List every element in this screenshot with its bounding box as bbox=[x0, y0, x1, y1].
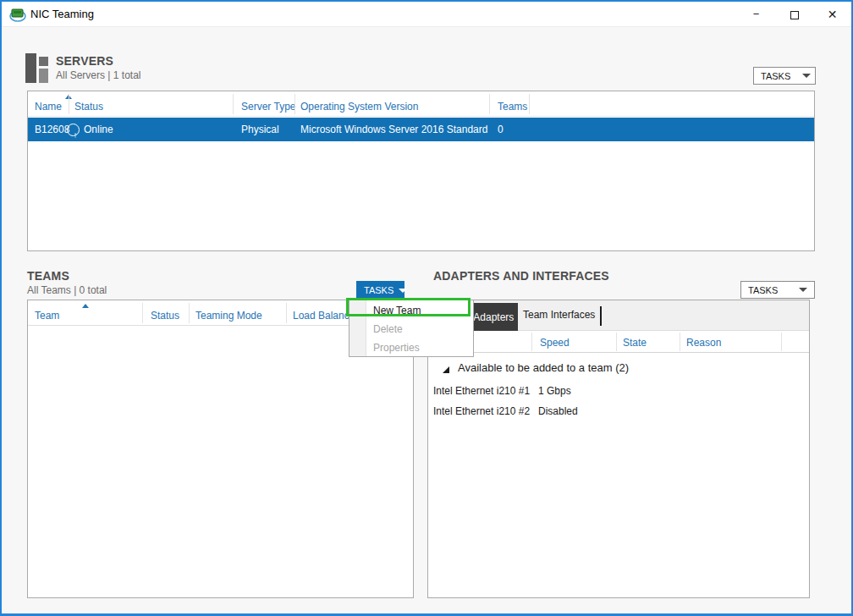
adapters-table-header: Speed State Reason bbox=[428, 331, 809, 353]
server-teams-count: 0 bbox=[498, 124, 504, 135]
servers-tasks-button[interactable]: TASKS bbox=[753, 67, 816, 85]
window-title: NIC Teaming bbox=[30, 8, 94, 20]
adapter-speed: 1 Gbps bbox=[538, 385, 571, 397]
adapter-row[interactable]: Intel Ethernet i210 #1 1 Gbps bbox=[428, 382, 809, 401]
minimize-button[interactable]: − bbox=[737, 2, 775, 27]
adapter-group-label: Available to be added to a team (2) bbox=[458, 361, 629, 374]
adapters-title: ADAPTERS AND INTERFACES bbox=[433, 269, 609, 283]
maximize-icon bbox=[790, 11, 799, 19]
server-status: Online bbox=[84, 124, 113, 135]
tab-team-interfaces[interactable]: Team Interfaces bbox=[523, 309, 595, 321]
adapter-name: Intel Ethernet i210 #2 bbox=[433, 405, 530, 417]
col-reason[interactable]: Reason bbox=[686, 337, 721, 349]
title-bar: NIC Teaming − ✕ bbox=[2, 2, 851, 27]
tab-divider bbox=[600, 306, 602, 326]
adapters-tasks-label: TASKS bbox=[748, 285, 778, 295]
online-arrow-icon: ↑ bbox=[67, 124, 80, 136]
col-os-version[interactable]: Operating System Version bbox=[300, 101, 418, 113]
server-type: Physical bbox=[241, 124, 279, 135]
menu-item-new-team[interactable]: New Team bbox=[349, 301, 473, 320]
col-status[interactable]: Status bbox=[74, 101, 103, 113]
servers-table: Name Status Server Type Operating System… bbox=[27, 91, 815, 251]
adapter-name: Intel Ethernet i210 #1 bbox=[433, 385, 530, 397]
close-button[interactable]: ✕ bbox=[813, 2, 851, 27]
servers-icon bbox=[25, 53, 51, 84]
chevron-down-icon bbox=[802, 74, 811, 78]
servers-subtitle: All Servers | 1 total bbox=[56, 69, 141, 81]
adapters-tabstrip: Network Adapters Team Interfaces bbox=[428, 300, 809, 331]
teams-subtitle: All Teams | 0 total bbox=[27, 284, 107, 296]
sort-ascending-icon bbox=[82, 304, 89, 308]
col-team[interactable]: Team bbox=[35, 310, 59, 322]
minimize-icon: − bbox=[753, 8, 760, 20]
adapters-panel: Network Adapters Team Interfaces Speed S… bbox=[427, 300, 810, 598]
col-team-status[interactable]: Status bbox=[151, 310, 179, 322]
teams-tasks-button[interactable]: TASKS bbox=[356, 281, 404, 300]
servers-table-header: Name Status Server Type Operating System… bbox=[28, 91, 814, 117]
maximize-button[interactable] bbox=[775, 2, 813, 27]
adapter-speed: Disabled bbox=[538, 405, 578, 417]
col-name[interactable]: Name bbox=[35, 101, 62, 113]
teams-tasks-label: TASKS bbox=[364, 285, 393, 295]
chevron-down-icon bbox=[399, 289, 407, 293]
server-name: B12608 bbox=[35, 124, 69, 135]
adapters-tasks-button[interactable]: TASKS bbox=[740, 281, 815, 299]
col-server-type[interactable]: Server Type bbox=[241, 101, 295, 113]
adapter-group-row[interactable]: Available to be added to a team (2) bbox=[428, 361, 809, 380]
col-state[interactable]: State bbox=[623, 337, 647, 349]
teams-title: TEAMS bbox=[27, 269, 69, 283]
server-row-selected[interactable]: B12608 ↑ Online Physical Microsoft Windo… bbox=[28, 118, 814, 141]
col-teams[interactable]: Teams bbox=[498, 101, 527, 113]
chevron-down-icon bbox=[799, 288, 807, 292]
menu-item-properties[interactable]: Properties bbox=[349, 338, 473, 357]
col-speed[interactable]: Speed bbox=[540, 337, 570, 349]
collapse-triangle-icon bbox=[443, 366, 449, 373]
teams-tasks-menu: New Team Delete Properties bbox=[349, 300, 474, 357]
servers-tasks-label: TASKS bbox=[761, 71, 790, 81]
adapter-row[interactable]: Intel Ethernet i210 #2 Disabled bbox=[428, 402, 809, 421]
server-os-version: Microsoft Windows Server 2016 Standard bbox=[300, 124, 487, 135]
nic-teaming-window: NIC Teaming − ✕ SERVERS All Servers | 1 … bbox=[0, 0, 853, 616]
servers-title: SERVERS bbox=[56, 54, 113, 68]
nic-teaming-app-icon bbox=[9, 7, 26, 22]
close-icon: ✕ bbox=[828, 8, 838, 21]
menu-item-delete[interactable]: Delete bbox=[349, 320, 473, 338]
col-teaming-mode[interactable]: Teaming Mode bbox=[195, 310, 262, 322]
